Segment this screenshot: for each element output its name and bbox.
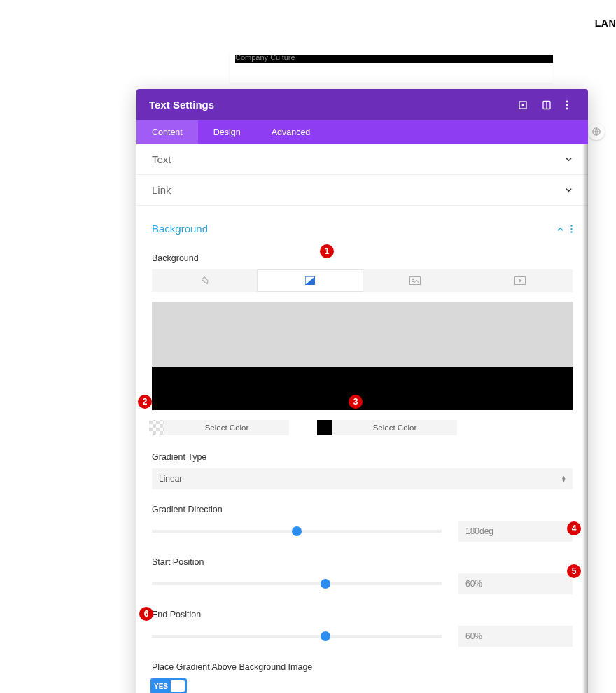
- select-arrows-icon: ▴▾: [562, 475, 566, 482]
- tab-content[interactable]: Content: [136, 120, 198, 144]
- chevron-down-icon: [565, 155, 573, 163]
- section-text[interactable]: Text: [136, 144, 588, 175]
- svg-point-8: [570, 225, 572, 226]
- bgtype-gradient[interactable]: [257, 270, 363, 292]
- svg-point-10: [570, 231, 572, 232]
- modal-body: Text Link Background Background: [136, 144, 588, 693]
- svg-point-2: [522, 104, 524, 106]
- svg-point-14: [412, 279, 414, 281]
- end-position-group: End Position 60%: [152, 610, 573, 647]
- bgtype-image[interactable]: [363, 270, 468, 292]
- section-link-title: Link: [152, 184, 172, 196]
- select-color-2-button[interactable]: Select Color: [332, 420, 457, 435]
- gradient-direction-slider[interactable]: [152, 530, 442, 533]
- modal-tabs: Content Design Advanced: [136, 120, 588, 144]
- annotation-badge-6: 6: [139, 607, 153, 621]
- color-swatch-1[interactable]: [149, 420, 164, 435]
- svg-point-7: [566, 107, 568, 109]
- end-position-slider[interactable]: [152, 635, 442, 638]
- gradient-preview: [152, 302, 573, 410]
- bgtype-video[interactable]: [468, 270, 573, 292]
- svg-point-5: [566, 100, 568, 102]
- gradient-above-image-label: Place Gradient Above Background Image: [152, 662, 573, 672]
- gradient-above-image-group: Place Gradient Above Background Image YE…: [152, 662, 573, 693]
- start-position-group: Start Position 60%: [152, 557, 573, 594]
- tab-design[interactable]: Design: [198, 120, 256, 144]
- video-icon: [514, 276, 526, 285]
- annotation-badge-3: 3: [349, 395, 363, 409]
- gradient-direction-group: Gradient Direction 180deg: [152, 505, 573, 542]
- modal-header-actions: [518, 100, 575, 110]
- background-panel: Background Select Color: [136, 244, 588, 693]
- toggle-knob: [171, 680, 185, 692]
- end-position-input[interactable]: 60%: [458, 626, 573, 647]
- chevron-up-icon: [556, 225, 564, 232]
- background-label: Background: [152, 253, 573, 263]
- gradient-type-value: Linear: [159, 474, 182, 484]
- svg-point-6: [566, 104, 568, 106]
- background-text-label: Company Culture: [235, 53, 295, 62]
- section-text-title: Text: [152, 153, 172, 165]
- image-icon: [410, 276, 421, 285]
- responsive-icon[interactable]: [542, 100, 552, 110]
- end-position-label: End Position: [152, 610, 573, 620]
- start-position-input[interactable]: 60%: [458, 573, 573, 594]
- modal-title: Text Settings: [149, 99, 214, 111]
- svg-point-11: [206, 283, 208, 284]
- gradient-above-image-toggle[interactable]: YES: [150, 678, 187, 693]
- gradient-colors-row: Select Color Select Color: [149, 420, 573, 435]
- gradient-color-2: Select Color: [317, 420, 457, 435]
- annotation-badge-1: 1: [320, 244, 334, 258]
- more-icon[interactable]: [566, 100, 575, 110]
- start-position-slider[interactable]: [152, 582, 442, 585]
- annotation-badge-4: 4: [567, 522, 581, 536]
- gradient-type-select[interactable]: Linear ▴▾: [152, 468, 573, 489]
- section-link[interactable]: Link: [136, 175, 588, 206]
- modal-header: Text Settings: [136, 89, 588, 120]
- annotation-badge-5: 5: [567, 564, 581, 578]
- background-type-tabs: [152, 270, 573, 292]
- annotation-badge-2: 2: [138, 395, 152, 409]
- section-more-icon[interactable]: [570, 225, 573, 233]
- gradient-direction-label: Gradient Direction: [152, 505, 573, 514]
- globe-icon: [592, 127, 601, 136]
- select-color-1-button[interactable]: Select Color: [164, 420, 289, 435]
- gradient-icon: [305, 276, 315, 285]
- paint-icon: [200, 276, 209, 286]
- gradient-direction-input[interactable]: 180deg: [458, 521, 573, 542]
- svg-point-9: [570, 227, 572, 229]
- toggle-label: YES: [154, 682, 168, 690]
- expand-icon[interactable]: [518, 100, 528, 110]
- chevron-down-icon: [565, 186, 573, 194]
- section-background-title: Background: [152, 223, 208, 234]
- color-swatch-2[interactable]: [317, 420, 332, 435]
- gradient-color-1: Select Color: [149, 420, 289, 435]
- bgtype-color[interactable]: [152, 270, 257, 292]
- text-settings-modal: Text Settings Content Design Advanced Te…: [136, 89, 588, 693]
- start-position-label: Start Position: [152, 557, 573, 567]
- floating-help-button[interactable]: [588, 123, 605, 140]
- top-nav-label: LAN: [595, 18, 616, 29]
- section-background[interactable]: Background: [136, 206, 588, 244]
- gradient-type-label: Gradient Type: [152, 452, 573, 462]
- tab-advanced[interactable]: Advanced: [256, 120, 326, 144]
